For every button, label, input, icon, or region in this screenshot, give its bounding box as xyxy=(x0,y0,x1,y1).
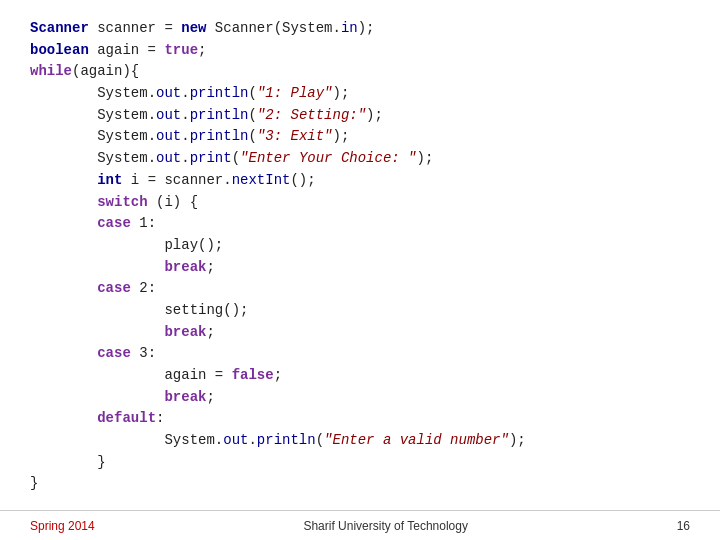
slide: Scanner scanner = new Scanner(System.in)… xyxy=(0,0,720,510)
footer-right: 16 xyxy=(677,519,690,533)
footer-left: Spring 2014 xyxy=(30,519,95,533)
footer: Spring 2014 Sharif University of Technol… xyxy=(0,510,720,540)
footer-center: Sharif University of Technology xyxy=(303,519,468,533)
code-block: Scanner scanner = new Scanner(System.in)… xyxy=(30,18,690,500)
